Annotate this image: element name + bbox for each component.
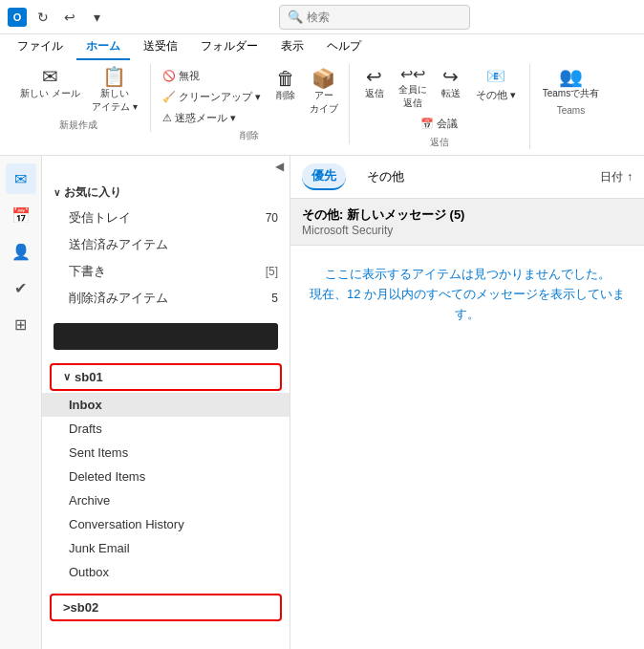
- ribbon-group-teams: 👥 Teamsで共有 Teams: [530, 64, 612, 116]
- divider-block: [54, 323, 278, 350]
- new-item-label: 新しいアイテム ▾: [92, 87, 138, 114]
- nav-icons: ✉ 📅 👤 ✔ ⊞: [0, 156, 42, 649]
- sort-direction-icon: ↑: [627, 170, 633, 184]
- favorites-chevron: ∨: [54, 187, 60, 198]
- reply-all-label: 全員に返信: [398, 83, 427, 110]
- ribbon-group-new: ✉ 新しい メール 📋 新しいアイテム ▾ 新規作成: [8, 64, 151, 132]
- sort-area[interactable]: 日付 ↑: [600, 169, 633, 185]
- tab-view[interactable]: 表示: [271, 34, 313, 60]
- tab-help[interactable]: ヘルプ: [317, 34, 371, 60]
- sent-label: 送信済みアイテム: [69, 236, 168, 253]
- refresh-button[interactable]: ↻: [32, 7, 54, 28]
- sb01-archive[interactable]: Archive: [42, 488, 290, 512]
- sb01-name: sb01: [75, 370, 103, 384]
- ignore-icon: 🚫: [162, 70, 176, 82]
- delete-label: 削除: [276, 89, 295, 102]
- tab-home[interactable]: ホーム: [76, 34, 130, 60]
- new-item-button[interactable]: 📋 新しいアイテム ▾: [87, 64, 142, 117]
- folder-sent[interactable]: 送信済みアイテム: [42, 231, 290, 258]
- teams-button[interactable]: 👥 Teamsで共有: [538, 64, 604, 103]
- title-bar: O ↻ ↩ ▾ 🔍: [0, 0, 644, 34]
- sb01-conversation-history[interactable]: Conversation History: [42, 512, 290, 536]
- new-mail-icon: ✉: [42, 67, 58, 86]
- new-buttons: ✉ 新しい メール 📋 新しいアイテム ▾: [15, 64, 142, 117]
- nav-apps[interactable]: ⊞: [6, 309, 36, 339]
- sb01-chevron: ∨: [63, 371, 71, 383]
- tab-other[interactable]: その他: [357, 164, 414, 189]
- search-icon: 🔍: [288, 10, 303, 24]
- junk-icon: ⚠: [162, 112, 172, 124]
- account-sb02-header[interactable]: > sb02: [50, 594, 282, 621]
- sb01-inbox[interactable]: Inbox: [42, 393, 290, 417]
- sb01-deleted-items[interactable]: Deleted Items: [42, 465, 290, 488]
- undo-button[interactable]: ↩: [59, 7, 80, 28]
- other-notice-title: その他: 新しいメッセージ (5): [302, 206, 633, 224]
- folder-deleted[interactable]: 削除済みアイテム 5: [42, 285, 290, 312]
- outlook-icon: O: [8, 8, 27, 27]
- other-notice[interactable]: その他: 新しいメッセージ (5) Microsoft Security: [290, 199, 644, 246]
- inbox-badge: 70: [266, 211, 278, 225]
- account-sb02-section: > sb02: [42, 588, 290, 627]
- meeting-icon: 📅: [420, 118, 434, 130]
- nav-calendar[interactable]: 📅: [6, 200, 36, 230]
- reply-group-label: 返信: [430, 136, 449, 149]
- favorites-label: お気に入り: [64, 184, 121, 201]
- nav-mail[interactable]: ✉: [6, 163, 36, 194]
- reply-all-button[interactable]: ↩↩ 全員に返信: [394, 64, 432, 113]
- new-group-label: 新規作成: [59, 119, 97, 132]
- folder-inbox[interactable]: 受信トレイ 70: [42, 205, 290, 231]
- meeting-label: 会議: [437, 117, 458, 131]
- tab-send-receive[interactable]: 送受信: [134, 34, 187, 60]
- inbox-label: 受信トレイ: [69, 209, 131, 227]
- reply-button[interactable]: ↩ 返信: [357, 64, 392, 103]
- sort-label: 日付: [600, 169, 623, 185]
- ribbon-group-reply: ↩ 返信 ↩↩ 全員に返信 ↪ 転送 📧 その他 ▾ 📅: [350, 64, 530, 149]
- favorites-section: ∨ お気に入り 受信トレイ 70 送信済みアイテム 下書き [5] 削除済みアイ…: [42, 177, 290, 315]
- ribbon-content: ✉ 新しい メール 📋 新しいアイテム ▾ 新規作成 🚫 無視: [0, 60, 644, 155]
- more-reply-button[interactable]: 📧 その他 ▾: [470, 64, 522, 105]
- drafts-badge: [5]: [266, 265, 278, 278]
- delete-icon: 🗑: [276, 69, 295, 88]
- search-input[interactable]: [307, 11, 462, 24]
- content-area: 優先 その他 日付 ↑ その他: 新しいメッセージ (5) Microsoft …: [290, 156, 644, 649]
- empty-message: ここに表示するアイテムは見つかりませんでした。現在、12 か月以内のすべてのメッ…: [290, 246, 644, 343]
- sb01-junk-email[interactable]: Junk Email: [42, 536, 290, 560]
- sb01-sent-items[interactable]: Sent Items: [42, 441, 290, 465]
- forward-label: 転送: [441, 87, 461, 100]
- search-box[interactable]: 🔍: [279, 5, 470, 30]
- ribbon-group-delete: 🚫 無視 🧹 クリーンアップ ▾ ⚠ 迷惑メール ▾ 🗑 削除: [151, 64, 350, 144]
- collapse-button[interactable]: ◀: [269, 156, 290, 177]
- titlebar-dropdown[interactable]: ▾: [86, 7, 107, 28]
- new-mail-button[interactable]: ✉ 新しい メール: [15, 64, 85, 103]
- archive-button[interactable]: 📦 アーカイブ: [305, 66, 343, 119]
- forward-button[interactable]: ↪ 転送: [434, 64, 468, 103]
- tab-priority[interactable]: 優先: [302, 163, 346, 190]
- reply-buttons: ↩ 返信 ↩↩ 全員に返信 ↪ 転送 📧 その他 ▾: [357, 64, 522, 113]
- sb01-drafts[interactable]: Drafts: [42, 417, 290, 441]
- nav-people[interactable]: 👤: [6, 236, 36, 267]
- ribbon-tabs: ファイル ホーム 送受信 フォルダー 表示 ヘルプ: [0, 34, 644, 60]
- more-reply-icon: 📧: [486, 67, 505, 85]
- new-item-icon: 📋: [102, 67, 126, 86]
- deleted-badge: 5: [271, 292, 278, 305]
- new-mail-label: 新しい メール: [20, 87, 80, 100]
- tab-file[interactable]: ファイル: [8, 34, 73, 60]
- ignore-button[interactable]: 🚫 無視: [157, 66, 267, 86]
- archive-icon: 📦: [311, 69, 335, 88]
- folder-drafts[interactable]: 下書き [5]: [42, 258, 290, 285]
- cleanup-label: クリーンアップ ▾: [179, 90, 261, 104]
- main-area: ✉ 📅 👤 ✔ ⊞ ◀ ∨ お気に入り 受信トレイ 70 送信済みアイテム 下書…: [0, 156, 644, 649]
- teams-label: Teamsで共有: [543, 87, 599, 100]
- junk-button[interactable]: ⚠ 迷惑メール ▾: [157, 108, 267, 128]
- cleanup-button[interactable]: 🧹 クリーンアップ ▾: [157, 87, 267, 107]
- favorites-header[interactable]: ∨ お気に入り: [42, 181, 290, 205]
- reply-all-icon: ↩↩: [400, 67, 425, 82]
- account-sb01-header[interactable]: ∨ sb01: [50, 363, 282, 391]
- teams-group-label: Teams: [557, 105, 585, 116]
- tab-folder[interactable]: フォルダー: [191, 34, 268, 60]
- other-notice-sub: Microsoft Security: [302, 224, 633, 237]
- delete-button[interactable]: 🗑 削除: [268, 66, 303, 105]
- meeting-button[interactable]: 📅 会議: [415, 114, 463, 134]
- sb01-outbox[interactable]: Outbox: [42, 560, 290, 584]
- nav-tasks[interactable]: ✔: [6, 272, 36, 303]
